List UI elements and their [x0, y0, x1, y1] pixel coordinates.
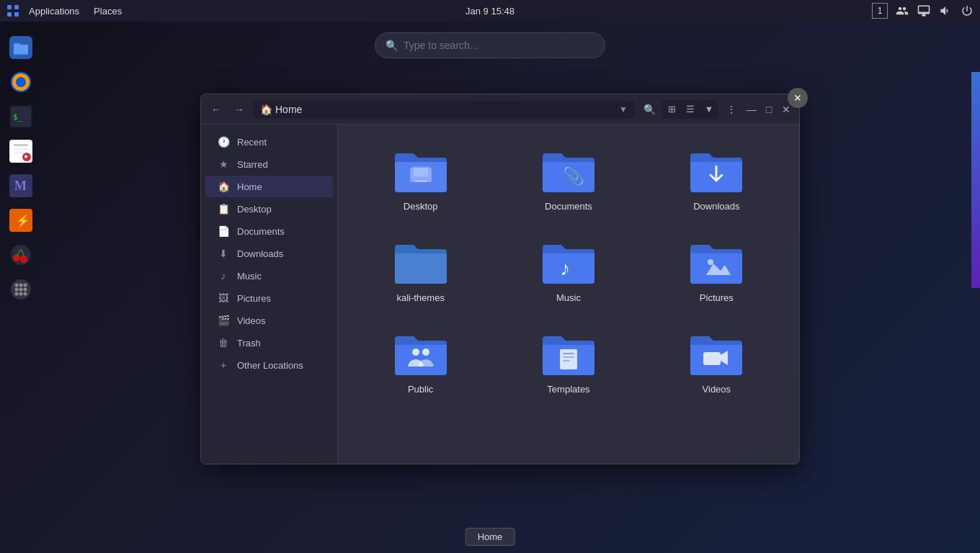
folder-documents-icon: 📎 — [540, 146, 597, 195]
taskbar-text-editor-icon[interactable] — [6, 136, 36, 166]
people-icon[interactable] — [895, 4, 909, 18]
sidebar-item-other-locations[interactable]: + Other Locations — [205, 354, 333, 376]
taskbar-maltego-icon[interactable]: M — [6, 171, 36, 201]
svg-point-40 — [412, 349, 419, 356]
svg-text:📎: 📎 — [563, 166, 584, 186]
svg-point-41 — [422, 349, 429, 356]
folder-desktop[interactable]: Desktop — [352, 139, 489, 219]
svg-text:M: M — [14, 179, 27, 193]
sidebar-item-videos[interactable]: 🎬 Videos — [205, 310, 333, 331]
applications-menu[interactable]: Applications — [23, 4, 85, 18]
folder-videos[interactable]: Videos — [649, 322, 785, 402]
location-label: Home — [275, 104, 616, 115]
file-manager-window: ← → 🏠 Home ▼ 🔍 ⊞ ☰ ▼ ⋮ — □ ✕ 🕐 Recent — [200, 94, 800, 464]
svg-rect-42 — [560, 349, 577, 369]
folder-downloads-label: Downloads — [693, 201, 739, 212]
taskbar-terminal-icon[interactable]: $_ — [6, 102, 36, 132]
sidebar-item-home[interactable]: 🏠 Home — [205, 176, 333, 197]
svg-point-24 — [15, 284, 19, 287]
svg-rect-43 — [563, 353, 574, 354]
sidebar-item-desktop[interactable]: 📋 Desktop — [205, 198, 333, 220]
sidebar-item-documents[interactable]: 📄 Documents — [205, 220, 333, 242]
taskbar-left: $_ M ⚡ — [6, 32, 36, 305]
sidebar-item-starred-label: Starred — [237, 159, 268, 170]
grid-view-button[interactable]: ⊞ — [662, 100, 681, 119]
topbar-left: Applications Places — [6, 4, 128, 18]
sidebar-item-music[interactable]: ♪ Music — [205, 265, 333, 287]
svg-point-27 — [15, 288, 19, 292]
folder-public-label: Public — [408, 384, 433, 395]
topbar: Applications Places Jan 9 15:48 1 — [0, 0, 980, 22]
search-input[interactable] — [404, 40, 594, 51]
folder-videos-label: Videos — [703, 384, 731, 395]
list-view-button[interactable]: ☰ — [681, 100, 700, 119]
folder-kali-themes[interactable]: kali-themes — [352, 230, 489, 310]
sidebar-item-videos-label: Videos — [237, 315, 266, 326]
sidebar-item-desktop-label: Desktop — [237, 204, 272, 215]
sidebar-item-starred[interactable]: ★ Starred — [205, 153, 333, 175]
more-options-button[interactable]: ⋮ — [721, 99, 741, 120]
sidebar-item-trash[interactable]: 🗑 Trash — [205, 332, 333, 354]
power-icon[interactable] — [960, 4, 974, 18]
music-sidebar-icon: ♪ — [217, 270, 230, 282]
folder-downloads-icon — [687, 146, 745, 195]
sidebar-item-recent[interactable]: 🕐 Recent — [205, 131, 333, 153]
taskbar-cherry-icon[interactable] — [6, 240, 36, 270]
svg-point-31 — [19, 292, 23, 296]
nav-forward-button[interactable]: → — [230, 100, 249, 119]
location-bar[interactable]: 🏠 Home ▼ — [253, 101, 635, 118]
sidebar-item-pictures[interactable]: 🖼 Pictures — [205, 287, 333, 309]
sidebar-item-trash-label: Trash — [237, 338, 261, 349]
svg-rect-0 — [7, 5, 12, 9]
home-icon: 🏠 — [217, 181, 230, 192]
downloads-sidebar-icon: ⬇ — [217, 248, 230, 259]
pictures-sidebar-icon: 🖼 — [217, 292, 230, 304]
taskbar-burpsuite-icon[interactable]: ⚡ — [6, 205, 36, 235]
volume-icon[interactable] — [938, 4, 953, 18]
folder-kali-themes-label: kali-themes — [396, 292, 444, 303]
svg-rect-12 — [14, 144, 28, 146]
right-panel-decoration — [971, 72, 980, 288]
svg-point-25 — [19, 284, 23, 287]
sidebar-item-recent-label: Recent — [237, 137, 267, 148]
folder-templates[interactable]: Templates — [500, 322, 636, 402]
topbar-right: 1 — [872, 3, 974, 19]
nav-back-button[interactable]: ← — [207, 100, 226, 119]
main-file-area: Desktop 📎 Documents — [338, 125, 799, 464]
search-files-button[interactable]: 🔍 — [639, 99, 659, 120]
folder-desktop-icon — [392, 146, 450, 195]
svg-rect-13 — [14, 148, 28, 150]
taskbar-firefox-icon[interactable] — [6, 67, 36, 97]
svg-point-29 — [24, 288, 27, 292]
sidebar-item-downloads[interactable]: ⬇ Downloads — [205, 243, 333, 264]
folder-public[interactable]: Public — [352, 322, 489, 402]
view-chevron-button[interactable]: ▼ — [700, 100, 718, 119]
window-minimize-button[interactable]: — — [744, 102, 759, 117]
sidebar-item-home-label: Home — [237, 181, 262, 192]
search-icon: 🔍 — [386, 40, 398, 51]
places-menu[interactable]: Places — [88, 4, 128, 18]
svg-point-32 — [24, 292, 27, 296]
view-toggle: ⊞ ☰ ▼ — [662, 100, 718, 119]
folder-templates-icon — [540, 329, 597, 378]
window-maximize-button[interactable]: □ — [762, 102, 776, 117]
search-bar[interactable]: 🔍 — [375, 32, 605, 58]
workspace-badge[interactable]: 1 — [872, 3, 888, 19]
folder-music[interactable]: ♪ Music — [500, 230, 636, 310]
folder-documents[interactable]: 📎 Documents — [500, 139, 636, 219]
monitor-icon[interactable] — [917, 4, 931, 18]
window-header: ← → 🏠 Home ▼ 🔍 ⊞ ☰ ▼ ⋮ — □ ✕ — [201, 94, 799, 125]
folder-pictures[interactable]: Pictures — [649, 230, 785, 310]
window-body: 🕐 Recent ★ Starred 🏠 Home 📋 Desktop 📄 Do… — [201, 125, 799, 464]
svg-text:⚡: ⚡ — [16, 214, 30, 228]
folder-downloads[interactable]: Downloads — [649, 139, 785, 219]
folder-documents-label: Documents — [545, 201, 592, 212]
window-close-external-button[interactable]: ✕ — [788, 88, 808, 108]
taskbar-apps-grid-icon[interactable] — [6, 274, 36, 305]
svg-rect-2 — [7, 12, 12, 17]
other-locations-icon: + — [217, 359, 230, 371]
taskbar-files-icon[interactable] — [6, 32, 36, 63]
folder-pictures-label: Pictures — [700, 292, 734, 303]
apps-grid-icon[interactable] — [6, 4, 20, 18]
sidebar-item-downloads-label: Downloads — [237, 248, 283, 259]
